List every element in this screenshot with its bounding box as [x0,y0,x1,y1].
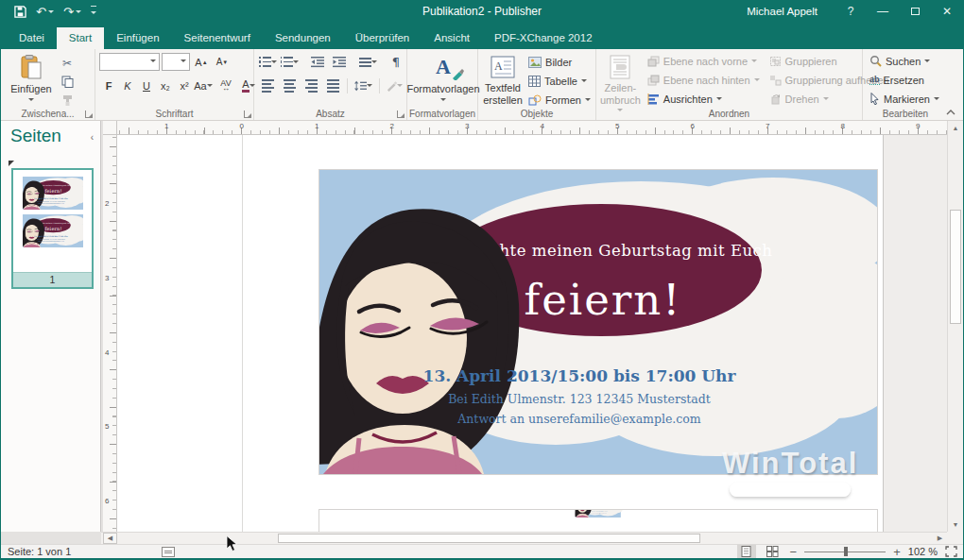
tab-sendungen[interactable]: Sendungen [263,27,343,49]
vertical-scroll-thumb[interactable] [950,210,961,324]
italic-button[interactable]: K [118,76,137,94]
page-thumbnail[interactable]: 1 [11,168,94,289]
pictures-button[interactable]: Bilder [525,53,594,71]
ungroup-icon [769,75,782,86]
tab-start[interactable]: Start [57,27,104,49]
vertical-scrollbar[interactable]: ▲ ▼ [947,121,963,532]
page-left-edge [242,135,243,532]
columns-button[interactable] [358,53,377,71]
draw-textbox-button[interactable]: A Textfeld erstellen [482,52,524,106]
bring-forward-button[interactable]: Ebene nach vorne [645,52,763,70]
bullets-button[interactable] [258,53,277,71]
align-objects-button[interactable]: Ausrichten [645,90,763,108]
redo-caret-icon [76,10,81,16]
maximize-button[interactable] [899,0,931,23]
redo-button[interactable]: ↷ [63,5,81,19]
text-wrap-button[interactable]: Zeilen-umbruch [600,52,641,114]
font-size-combobox[interactable] [162,53,190,71]
collapse-ribbon-icon[interactable] [946,109,955,116]
align-right-icon [305,79,318,93]
help-button[interactable]: ? [835,0,867,23]
styles-button[interactable]: A Formatvorlagen [411,52,475,106]
show-paragraph-marks-button[interactable]: ¶ [387,53,405,71]
scroll-down-icon[interactable]: ▼ [948,518,963,532]
subscript-button[interactable]: x₂ [156,76,175,94]
zoom-slider[interactable] [804,545,886,558]
font-name-combobox[interactable] [99,53,160,71]
bold-button[interactable]: F [99,76,118,94]
invitation-card-page2-partial[interactable] [319,510,877,532]
tab-pdf-xchange[interactable]: PDF-XChange 2012 [482,27,605,49]
copy-button[interactable] [58,73,77,91]
align-objects-caret-icon [716,97,722,103]
close-button[interactable]: ✕ [931,0,963,23]
decrease-indent-button[interactable] [308,53,327,71]
customize-qat-button[interactable] [91,6,96,17]
paste-label: Einfügen [10,83,51,95]
underline-button[interactable]: U [137,76,156,94]
tab-ueberpruefen[interactable]: Überprüfen [343,27,422,49]
replace-button[interactable]: ab Ersetzen [867,71,946,89]
clipboard-group-label: Zwischena... [1,109,95,119]
character-spacing-button[interactable]: AV ↔ [216,76,235,94]
shapes-button[interactable]: Formen [525,91,594,109]
account-name[interactable]: Michael Appelt [730,6,835,17]
scroll-up-icon[interactable]: ▲ [948,121,963,135]
change-case-button[interactable]: Aa [194,76,213,94]
justify-button[interactable] [323,76,342,94]
fit-page-button[interactable] [945,546,957,557]
align-right-button[interactable] [301,76,320,94]
numbering-button[interactable] [280,53,299,71]
horizontal-ruler[interactable]: 10123456789 [117,121,949,135]
send-backward-button[interactable]: Ebene nach hinten [645,71,763,89]
cut-button[interactable]: ✂ [58,54,77,72]
shrink-font-button[interactable]: A▼ [213,53,232,71]
h-ruler-number: 1 [315,122,318,130]
zoom-level[interactable]: 102 % [908,546,938,557]
select-button[interactable]: Markieren [867,90,946,108]
text-effects-button[interactable] [385,76,405,94]
table-button[interactable]: Tabelle [525,72,594,90]
zoom-slider-thumb[interactable] [844,547,848,556]
numbering-caret-icon [293,60,299,66]
scroll-right-icon[interactable]: ▶ [933,533,947,544]
line-spacing-button[interactable] [353,76,374,94]
tab-seitenentwurf[interactable]: Seitenentwurf [172,27,263,49]
tab-einfuegen[interactable]: Einfügen [104,27,171,49]
align-center-button[interactable] [280,76,299,94]
two-page-view-button[interactable] [764,545,783,558]
pages-panel-triangle-icon [9,161,14,166]
grow-font-button[interactable]: A▲ [192,53,211,71]
object-position-icon[interactable] [162,547,175,557]
clipboard-dialog-launcher-icon[interactable] [85,110,93,118]
horizontal-scroll-thumb[interactable] [278,534,700,543]
tab-ansicht[interactable]: Ansicht [422,27,482,49]
paragraph-dialog-launcher-icon[interactable] [397,110,405,118]
h-ruler-number: 6 [691,122,695,130]
zoom-out-button[interactable]: − [790,545,798,559]
scroll-left-icon[interactable]: ◀ [103,533,117,544]
align-left-button[interactable] [258,76,277,94]
invitation-card[interactable] [319,170,877,474]
status-page-info[interactable]: Seite: 1 von 1 [1,546,71,557]
select-label: Markieren [884,93,930,105]
find-button[interactable]: Suchen [867,52,946,70]
format-painter-button[interactable] [58,92,77,110]
pages-panel-collapse-icon[interactable]: ‹ [91,132,94,143]
save-button[interactable] [14,6,26,18]
single-page-view-button[interactable] [737,545,756,558]
zoom-in-button[interactable]: + [893,545,901,559]
font-dialog-launcher-icon[interactable] [244,110,251,118]
justify-icon [327,79,339,93]
superscript-button[interactable]: x² [175,76,194,94]
undo-button[interactable]: ↶ [36,5,54,19]
canvas[interactable]: WinTotal [117,135,949,532]
tab-datei[interactable]: Datei [7,27,57,49]
quick-access-toolbar: ↶ ↷ [1,5,96,19]
increase-indent-button[interactable] [330,53,349,71]
paste-button[interactable]: Einfügen [5,52,58,104]
copy-icon [61,76,74,88]
editing-group-label: Bearbeiten [863,109,948,119]
minimize-button[interactable]: — [867,0,899,23]
vertical-ruler[interactable]: 23456 [103,135,117,532]
